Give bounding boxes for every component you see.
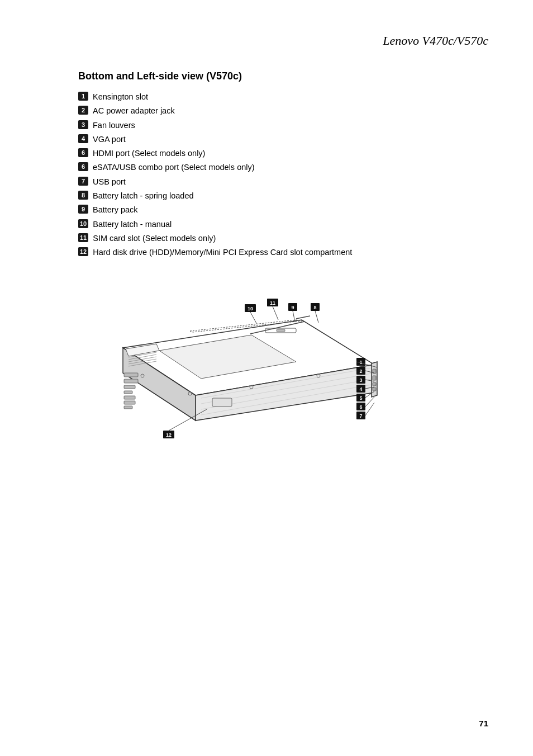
list-item: 10 Battery latch - manual — [78, 219, 488, 230]
list-item: 3 Fan louvers — [78, 120, 488, 131]
svg-text:1: 1 — [359, 360, 362, 365]
item-text-6a: HDMI port (Select models only) — [93, 148, 205, 159]
svg-text:2: 2 — [359, 368, 362, 374]
badge-1: 1 — [78, 92, 88, 101]
list-item: 9 Battery pack — [78, 204, 488, 215]
badge-3: 3 — [78, 120, 88, 129]
badge-8: 8 — [78, 191, 88, 200]
svg-rect-17 — [124, 385, 135, 389]
badge-2: 2 — [78, 106, 88, 115]
list-item: 7 USB port — [78, 176, 488, 187]
svg-line-37 — [250, 312, 257, 324]
item-text-1: Kensington slot — [93, 91, 148, 102]
badge-9: 9 — [78, 205, 88, 214]
item-text-8: Battery latch - spring loaded — [93, 190, 194, 201]
badge-7: 7 — [78, 177, 88, 186]
item-text-11: SIM card slot (Select models only) — [93, 233, 216, 244]
list-item: 8 Battery latch - spring loaded — [78, 190, 488, 201]
svg-line-57 — [365, 403, 374, 415]
badge-6b: 6 — [78, 162, 88, 171]
svg-rect-35 — [277, 329, 285, 332]
list-item: 6 HDMI port (Select models only) — [78, 148, 488, 159]
badge-12: 12 — [78, 247, 88, 256]
svg-text:8: 8 — [313, 305, 316, 310]
svg-rect-16 — [124, 379, 138, 383]
svg-rect-19 — [124, 396, 135, 399]
svg-text:4: 4 — [359, 386, 362, 392]
svg-rect-26 — [373, 388, 376, 391]
badge-11: 11 — [78, 233, 88, 242]
list-item: 12 Hard disk drive (HDD)/Memory/Mini PCI… — [78, 247, 488, 258]
svg-text:7: 7 — [359, 413, 362, 419]
svg-text:5: 5 — [359, 395, 362, 401]
item-text-9: Battery pack — [93, 204, 138, 215]
list-item: 4 VGA port — [78, 134, 488, 145]
item-text-12: Hard disk drive (HDD)/Memory/Mini PCI Ex… — [93, 247, 352, 258]
section-title: Bottom and Left-side view (V570c) — [78, 70, 488, 82]
svg-rect-24 — [373, 376, 376, 380]
svg-rect-20 — [124, 401, 135, 404]
svg-rect-18 — [124, 391, 132, 394]
item-text-10: Battery latch - manual — [93, 219, 172, 230]
laptop-body — [123, 316, 377, 420]
list-item: 2 AC power adapter jack — [78, 105, 488, 116]
item-list: 1 Kensington slot 2 AC power adapter jac… — [78, 91, 488, 258]
diagram-container: 10 11 9 8 1 2 3 — [78, 275, 391, 454]
svg-line-39 — [273, 306, 278, 320]
svg-rect-21 — [124, 406, 132, 409]
svg-line-43 — [315, 311, 318, 323]
svg-rect-25 — [373, 382, 376, 386]
item-text-3: Fan louvers — [93, 120, 135, 131]
badge-6a: 6 — [78, 148, 88, 157]
svg-text:3: 3 — [359, 377, 362, 383]
svg-rect-31 — [212, 398, 232, 407]
svg-line-33 — [296, 316, 310, 319]
item-text-6b: eSATA/USB combo port (Select models only… — [93, 162, 255, 173]
badge-4: 4 — [78, 134, 88, 143]
svg-text:9: 9 — [291, 305, 294, 310]
list-item: 6 eSATA/USB combo port (Select models on… — [78, 162, 488, 173]
svg-rect-15 — [124, 373, 138, 377]
page-number: 71 — [479, 719, 488, 728]
page-container: Lenovo V470c/V570c Bottom and Left-side … — [0, 0, 533, 756]
item-text-4: VGA port — [93, 134, 126, 145]
svg-text:11: 11 — [270, 300, 275, 306]
laptop-diagram: 10 11 9 8 1 2 3 — [78, 275, 391, 454]
badge-10: 10 — [78, 219, 88, 228]
svg-text:12: 12 — [166, 432, 172, 438]
svg-line-55 — [365, 397, 374, 407]
item-text-2: AC power adapter jack — [93, 105, 175, 116]
svg-text:6: 6 — [359, 404, 362, 410]
list-item: 11 SIM card slot (Select models only) — [78, 233, 488, 244]
item-text-7: USB port — [93, 176, 126, 187]
list-item: 1 Kensington slot — [78, 91, 488, 102]
svg-text:10: 10 — [248, 306, 253, 311]
header-title: Lenovo V470c/V570c — [45, 34, 488, 48]
